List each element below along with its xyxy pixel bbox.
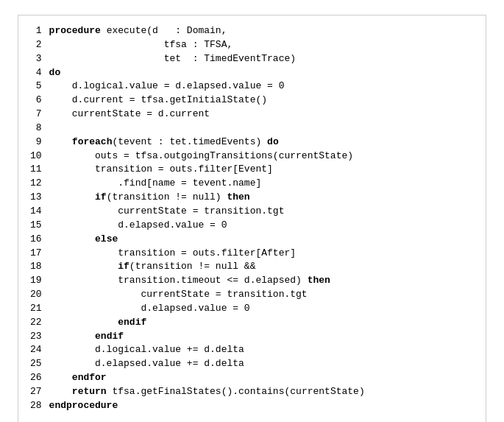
line-number: 28 [30,399,49,413]
code-table: 1procedure execute(d : Domain,2 tfsa : T… [30,24,474,413]
line-number: 5 [30,80,49,94]
line-content: if(transition != null && [49,260,474,274]
code-line: 28endprocedure [30,399,474,413]
keyword: do [49,67,61,78]
line-content: transition = outs.filter[After] [49,247,474,261]
code-line: 25 d.elapsed.value += d.delta [30,357,474,371]
line-number: 1 [30,24,49,38]
line-number: 14 [30,205,49,219]
line-number: 8 [30,122,49,136]
line-content: d.elapsed.value = 0 [49,302,474,316]
keyword: else [95,233,118,245]
line-content: do [49,66,474,80]
line-number: 27 [30,385,49,399]
code-line: 9 foreach(tevent : tet.timedEvents) do [30,136,474,150]
code-line: 16 else [30,233,474,247]
line-number: 26 [30,371,49,385]
line-content: if(transition != null) then [49,191,474,205]
line-content: d.elapsed.value = 0 [49,219,474,233]
code-line: 2 tfsa : TFSA, [30,38,474,52]
line-content: outs = tfsa.outgoingTransitions(currentS… [49,150,474,163]
line-content: foreach(tevent : tet.timedEvents) do [49,136,474,150]
keyword: endif [118,317,146,328]
line-content: d.logical.value = d.elapsed.value = 0 [49,80,474,94]
keyword: foreach [72,136,113,147]
keyword: return [72,386,113,397]
line-content: currentState = d.current [49,108,474,122]
code-line: 13 if(transition != null) then [30,191,474,205]
keyword: do [267,136,279,147]
code-line: 3 tet : TimedEventTrace) [30,52,474,66]
code-line: 23 endif [30,330,474,344]
line-content: d.logical.value += d.delta [49,343,474,357]
code-line: 6 d.current = tfsa.getInitialState() [30,94,474,108]
line-content: endprocedure [49,399,474,413]
code-line: 24 d.logical.value += d.delta [30,343,474,357]
code-line: 8 [30,122,474,136]
code-line: 1procedure execute(d : Domain, [30,24,474,38]
line-content: tfsa : TFSA, [49,38,474,52]
code-line: 15 d.elapsed.value = 0 [30,219,474,233]
code-line: 19 transition.timeout <= d.elapsed) then [30,274,474,288]
line-number: 9 [30,136,49,150]
line-number: 11 [30,163,49,177]
code-line: 18 if(transition != null && [30,260,474,274]
line-content: currentState = transition.tgt [49,205,474,219]
code-line: 10 outs = tfsa.outgoingTransitions(curre… [30,150,474,163]
code-line: 5 d.logical.value = d.elapsed.value = 0 [30,80,474,94]
line-content: d.current = tfsa.getInitialState() [49,94,474,108]
code-line: 11 transition = outs.filter[Event] [30,163,474,177]
line-content: else [49,233,474,247]
line-content: .find[name = tevent.name] [49,177,474,191]
line-content: d.elapsed.value += d.delta [49,357,474,371]
line-content: endif [49,330,474,344]
keyword: then [227,191,249,203]
line-number: 23 [30,330,49,344]
code-line: 4do [30,66,474,80]
line-content: currentState = transition.tgt [49,288,474,302]
keyword: if [95,191,107,203]
line-number: 3 [30,52,49,66]
line-number: 7 [30,108,49,122]
line-number: 20 [30,288,49,302]
code-line: 20 currentState = transition.tgt [30,288,474,302]
line-number: 16 [30,233,49,247]
keyword: endprocedure [49,400,118,411]
line-number: 24 [30,343,49,357]
line-content [49,122,474,136]
line-number: 6 [30,94,49,108]
code-line: 17 transition = outs.filter[After] [30,247,474,261]
code-line: 22 endif [30,316,474,330]
line-number: 25 [30,357,49,371]
line-content: return tfsa.getFinalStates().contains(cu… [49,385,474,399]
keyword: endif [95,331,124,342]
line-number: 10 [30,150,49,163]
line-content: endfor [49,371,474,385]
code-line: 14 currentState = transition.tgt [30,205,474,219]
line-number: 4 [30,66,49,80]
line-content: tet : TimedEventTrace) [49,52,474,66]
line-content: transition = outs.filter[Event] [49,163,474,177]
code-line: 7 currentState = d.current [30,108,474,122]
line-content: endif [49,316,474,330]
line-number: 21 [30,302,49,316]
line-number: 13 [30,191,49,205]
code-line: 27 return tfsa.getFinalStates().contains… [30,385,474,399]
line-content: transition.timeout <= d.elapsed) then [49,274,474,288]
line-number: 12 [30,177,49,191]
keyword: if [118,261,129,272]
keyword: then [308,275,330,286]
code-line: 12 .find[name = tevent.name] [30,177,474,191]
line-number: 19 [30,274,49,288]
code-block: 1procedure execute(d : Domain,2 tfsa : T… [18,15,486,422]
line-number: 2 [30,38,49,52]
code-line: 21 d.elapsed.value = 0 [30,302,474,316]
line-number: 17 [30,247,49,261]
keyword: procedure [49,25,107,36]
code-line: 26 endfor [30,371,474,385]
line-number: 22 [30,316,49,330]
line-number: 15 [30,219,49,233]
keyword: endfor [72,372,107,383]
line-number: 18 [30,260,49,274]
line-content: procedure execute(d : Domain, [49,24,474,38]
